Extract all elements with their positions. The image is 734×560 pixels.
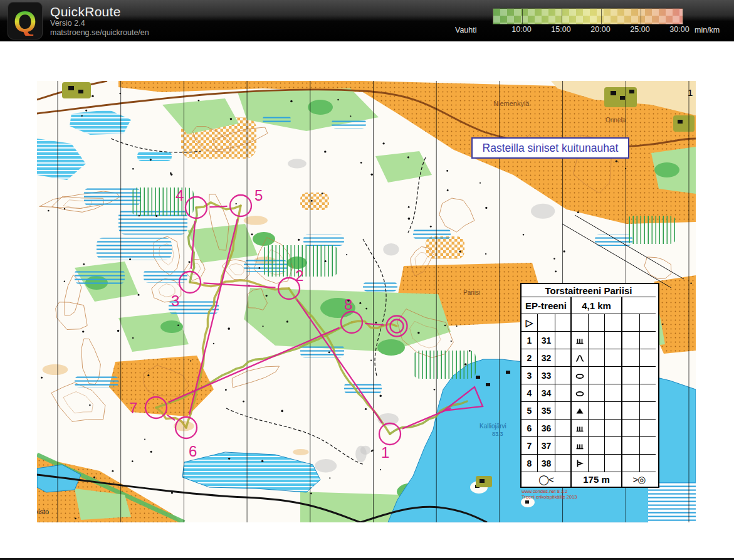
card-empty-cell [622,437,640,455]
card-empty-cell [589,367,605,384]
card-start-cell [555,314,572,332]
card-course-name: EP-treeni [522,297,572,314]
pace-tick [562,9,562,24]
card-empty-cell [622,420,640,437]
card-empty-cell [589,455,605,472]
quickroute-window: Q QuickRoute Versio 2.4 matstroeng.se/qu… [0,0,734,560]
pace-tick-label-2: 20:00 [586,25,615,34]
card-start-cell: ▷ [522,314,538,332]
card-empty-cell [640,349,656,367]
card-feature-symbol [572,349,589,367]
card-feature-symbol [572,402,589,420]
pace-tick [641,9,641,24]
cliff-symbol-icon [574,335,585,346]
control-number-label: 8 [344,296,352,313]
pace-gradient-bar [493,8,683,24]
pace-tick-label-0: 10:00 [507,25,536,34]
card-control-code: 31 [538,332,555,349]
label-niemenkyla: Niemenkylä [493,100,530,107]
card-feature-symbol [572,420,589,437]
card-empty-cell [605,437,622,455]
label-pariisi: Pariisi [463,289,480,296]
card-empty-cell [640,367,656,384]
card-feature-symbol [572,367,589,384]
note-box-text: Rasteilla siniset kuitunauhat [483,142,619,155]
card-empty-cell [640,402,656,420]
card-control-code: 37 [538,437,555,455]
cliff-symbol-icon [574,423,585,434]
pace-unit: min/km [695,26,720,34]
pace-tick-label-4: 30:00 [665,25,694,34]
card-empty-cell [605,402,622,420]
card-empty-cell [640,384,656,402]
card-control-number: 1 [522,332,538,349]
spur-symbol-icon [574,458,585,469]
control-number-label: 4 [176,187,184,204]
card-control-number: 2 [522,349,538,367]
card-control-number: 5 [522,402,538,420]
card-start-cell [589,314,605,332]
pace-legend-label: Vauhti [455,26,477,34]
cliff-symbol-icon [574,440,585,452]
card-empty-cell [589,402,605,420]
card-start-cell [640,314,656,332]
card-control-number: 7 [522,437,538,455]
card-title: Torstaitreeni Pariisi [522,284,656,297]
card-start-cell [572,314,589,332]
course-leg-line [210,206,228,207]
card-empty-cell [622,367,640,384]
card-empty-cell [622,384,640,402]
note-box: Rasteilla siniset kuitunauhat [471,137,629,159]
control-number-label: 5 [254,187,263,204]
card-empty-cell [589,332,605,349]
card-start-cell [605,314,622,332]
control-number-label: 1 [381,444,389,461]
card-control-code: 38 [538,455,555,472]
card-empty-cell [640,455,656,472]
boulder-symbol-icon [574,405,585,416]
card-final-leg-distance: 175 m [572,472,622,487]
map-credits: www.condes.net 8.3.2 Treeni erikoispitkä… [522,489,577,500]
label-lake-elevation: 83.3 [492,431,503,437]
card-empty-cell [555,349,572,367]
control-descriptions-card: Torstaitreeni PariisiEP-treeni4,1 km▷131… [520,283,659,488]
card-control-code: 36 [538,420,555,437]
card-feature-symbol [572,332,589,349]
card-empty-cell [622,349,640,367]
control-number-label: 6 [189,443,197,460]
card-empty-cell [622,332,640,349]
map-sheet-number: 1 [688,87,693,98]
card-empty-cell [555,384,572,402]
card-empty-cell [605,455,622,472]
app-version: Versio 2.4 [50,19,85,28]
card-control-number: 4 [522,384,538,402]
map-canvas[interactable]: Niemenkylä Onnela Pariisi Kalliojärvi 83… [37,81,696,522]
card-empty-cell [555,367,572,384]
card-empty-cell [640,437,656,455]
control-number-label: 3 [171,292,179,309]
card-empty-cell [555,332,572,349]
card-control-number: 3 [522,367,538,384]
card-taped-route-symbol: ◯< [522,472,572,487]
card-start-cell [622,314,640,332]
label-onnela: Onnela [606,117,626,124]
card-control-code: 35 [538,402,555,420]
logo-q-icon: Q [14,6,37,36]
card-control-number: 8 [522,455,538,472]
label-kalliojarvi: Kalliojärvi [480,423,506,430]
card-empty-cell [605,420,622,437]
card-control-code: 33 [538,367,555,384]
document-area: Niemenkylä Onnela Pariisi Kalliojärvi 83… [0,41,734,560]
card-control-code: 32 [538,349,555,367]
depression-symbol-icon [574,370,585,381]
card-empty-cell [589,420,605,437]
card-empty-cell [605,384,622,402]
header-bar: Q QuickRoute Versio 2.4 matstroeng.se/qu… [0,0,734,41]
depression-symbol-icon [574,388,585,399]
card-empty-cell [555,455,572,472]
card-info-blank [622,297,656,314]
card-control-number: 6 [522,420,538,437]
app-title: QuickRoute [50,4,121,19]
control-number-label: 2 [295,267,303,284]
card-finish-symbol: >◎ [622,472,656,487]
